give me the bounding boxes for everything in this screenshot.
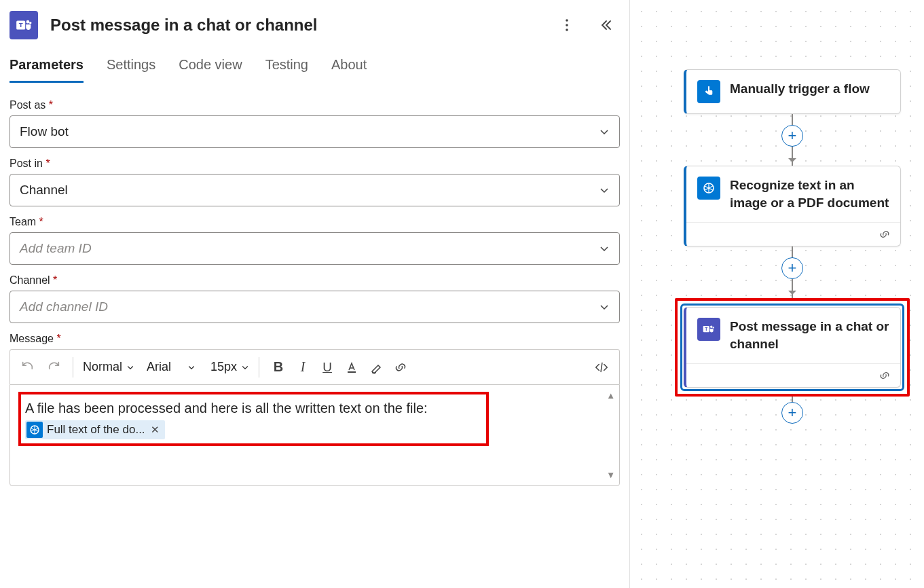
more-options-button[interactable]: [557, 16, 576, 35]
italic-button[interactable]: I: [293, 358, 312, 377]
code-view-button[interactable]: [592, 358, 611, 377]
svg-point-13: [713, 327, 714, 328]
teams-icon: T: [697, 318, 720, 341]
svg-point-6: [566, 29, 568, 31]
tab-code-view[interactable]: Code view: [179, 57, 242, 83]
svg-text:T: T: [705, 327, 707, 331]
team-label: Team *: [10, 216, 620, 228]
svg-point-4: [566, 19, 568, 22]
panel-header: T Post message in a chat or channel: [10, 7, 620, 57]
tab-about[interactable]: About: [331, 57, 367, 83]
flow-node-trigger[interactable]: Manually trigger a flow: [684, 69, 901, 114]
post-as-label: Post as *: [10, 99, 620, 111]
message-editor[interactable]: A file has been processed and here is al…: [10, 384, 620, 486]
font-dropdown[interactable]: Arial: [147, 360, 196, 374]
ai-builder-icon: [26, 422, 43, 438]
undo-button[interactable]: [18, 358, 37, 377]
redo-button[interactable]: [44, 358, 63, 377]
message-toolbar: Normal Arial 15px B I U: [10, 349, 620, 384]
token-label: Full text of the do...: [47, 423, 145, 437]
tab-testing[interactable]: Testing: [265, 57, 308, 83]
svg-point-12: [710, 326, 712, 328]
post-in-select[interactable]: Channel: [10, 174, 620, 206]
svg-text:T: T: [19, 21, 23, 29]
chevron-down-icon: [599, 301, 610, 312]
add-action-button[interactable]: +: [781, 257, 803, 279]
message-text: A file has been processed and here is al…: [25, 399, 481, 418]
team-select[interactable]: Add team ID: [10, 232, 620, 265]
ai-builder-icon: [697, 177, 720, 200]
add-action-button[interactable]: +: [781, 125, 803, 147]
flow-node-post-message[interactable]: T Post message in a chat or channel: [684, 307, 901, 388]
size-dropdown[interactable]: 15px: [210, 360, 249, 374]
link-icon: [879, 369, 891, 382]
highlight-annotation: A file has been processed and here is al…: [18, 392, 489, 446]
link-button[interactable]: [391, 358, 410, 377]
bold-button[interactable]: B: [269, 358, 288, 377]
flow-node-recognize[interactable]: Recognize text in an image or a PDF docu…: [684, 166, 901, 246]
svg-point-5: [566, 24, 568, 26]
tab-parameters[interactable]: Parameters: [10, 57, 84, 83]
svg-point-3: [29, 22, 31, 24]
highlight-annotation: T Post message in a chat or channel: [675, 298, 910, 397]
chevron-down-icon: [599, 243, 610, 254]
style-dropdown[interactable]: Normal: [83, 360, 134, 374]
chevron-down-icon: [599, 126, 610, 137]
chevron-down-icon: [599, 185, 610, 196]
config-panel: T Post message in a chat or channel Para…: [0, 0, 630, 588]
svg-point-2: [26, 20, 30, 24]
highlight-button[interactable]: [367, 358, 386, 377]
underline-button[interactable]: U: [318, 358, 337, 377]
token-remove-button[interactable]: ✕: [151, 424, 160, 436]
channel-label: Channel *: [10, 274, 620, 287]
panel-title: Post message in a chat or channel: [50, 16, 317, 35]
node-title: Manually trigger a flow: [730, 80, 870, 98]
tab-settings[interactable]: Settings: [107, 57, 155, 83]
teams-icon: T: [10, 11, 38, 39]
touch-icon: [697, 80, 720, 103]
node-title: Recognize text in an image or a PDF docu…: [730, 177, 889, 212]
flow-canvas[interactable]: Manually trigger a flow + Recognize text…: [630, 0, 924, 588]
collapse-panel-button[interactable]: [597, 16, 616, 35]
font-color-button[interactable]: [342, 358, 361, 377]
post-as-select[interactable]: Flow bot: [10, 115, 620, 148]
message-label: Message *: [10, 333, 620, 345]
node-title: Post message in a chat or channel: [730, 318, 889, 353]
post-in-label: Post in *: [10, 158, 620, 170]
dynamic-content-token[interactable]: Full text of the do... ✕: [25, 420, 165, 439]
link-icon: [879, 228, 891, 240]
panel-tabs: Parameters Settings Code view Testing Ab…: [10, 57, 620, 83]
scroll-down-icon[interactable]: ▼: [606, 470, 615, 480]
svg-rect-7: [348, 371, 356, 373]
add-action-button[interactable]: +: [781, 402, 803, 424]
scroll-up-icon[interactable]: ▲: [606, 390, 615, 401]
channel-select[interactable]: Add channel ID: [10, 291, 620, 323]
